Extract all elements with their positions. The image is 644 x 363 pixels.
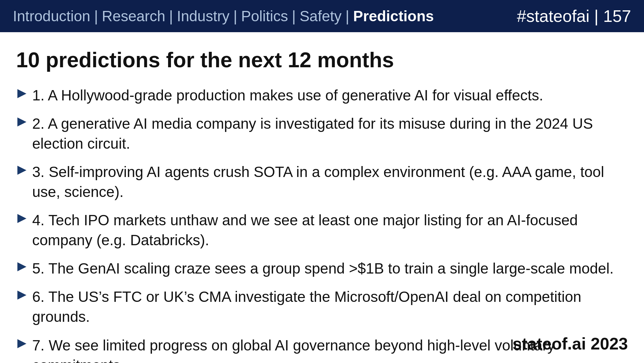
arrow-icon-1 [16,88,28,99]
prediction-item-1: 1. A Hollywood-grade production makes us… [16,85,628,105]
nav-separator: | [233,7,237,25]
svg-marker-0 [17,89,26,98]
arrow-icon-7 [16,338,28,349]
prediction-text-6: 6. The US’s FTC or UK’s CMA investigate … [32,287,628,327]
nav-separator: | [292,7,296,25]
prediction-item-4: 4. Tech IPO markets unthaw and we see at… [16,210,628,250]
svg-marker-1 [17,117,26,126]
prediction-item-3: 3. Self-improving AI agents crush SOTA i… [16,162,628,202]
page-title: 10 predictions for the next 12 months [16,48,628,72]
predictions-list: 1. A Hollywood-grade production makes us… [16,85,628,363]
prediction-item-2: 2. A generative AI media company is inve… [16,114,628,154]
prediction-text-2: 2. A generative AI media company is inve… [32,114,628,154]
nav-separator: | [169,7,173,25]
prediction-item-6: 6. The US’s FTC or UK’s CMA investigate … [16,287,628,327]
nav-item-introduction[interactable]: Introduction [13,7,90,25]
prediction-text-4: 4. Tech IPO markets unthaw and we see at… [32,210,628,250]
svg-marker-4 [17,262,26,271]
nav-item-politics[interactable]: Politics [241,7,288,25]
header-nav: Introduction | Research | Industry | Pol… [13,7,434,25]
nav-item-industry[interactable]: Industry [177,7,230,25]
footer-label: stateof.ai 2023 [513,334,628,353]
svg-marker-5 [17,291,26,300]
prediction-item-5: 5. The GenAI scaling craze sees a group … [16,258,628,278]
svg-marker-3 [17,214,26,223]
prediction-text-3: 3. Self-improving AI agents crush SOTA i… [32,162,628,202]
nav-separator: | [94,7,98,25]
header-tag: #stateofai | 157 [517,6,631,26]
arrow-icon-5 [16,261,28,273]
nav-separator: | [346,7,349,25]
header: Introduction | Research | Industry | Pol… [0,0,644,32]
arrow-icon-6 [16,289,28,301]
prediction-text-5: 5. The GenAI scaling craze sees a group … [32,258,628,278]
arrow-icon-3 [16,164,28,176]
arrow-icon-4 [16,213,28,224]
prediction-text-1: 1. A Hollywood-grade production makes us… [32,85,628,105]
main-content: 10 predictions for the next 12 months 1.… [0,32,644,363]
nav-item-safety[interactable]: Safety [299,7,341,25]
arrow-icon-2 [16,116,28,128]
nav-item-research[interactable]: Research [102,7,165,25]
svg-marker-6 [17,339,26,348]
nav-item-predictions[interactable]: Predictions [353,7,434,25]
svg-marker-2 [17,166,26,175]
